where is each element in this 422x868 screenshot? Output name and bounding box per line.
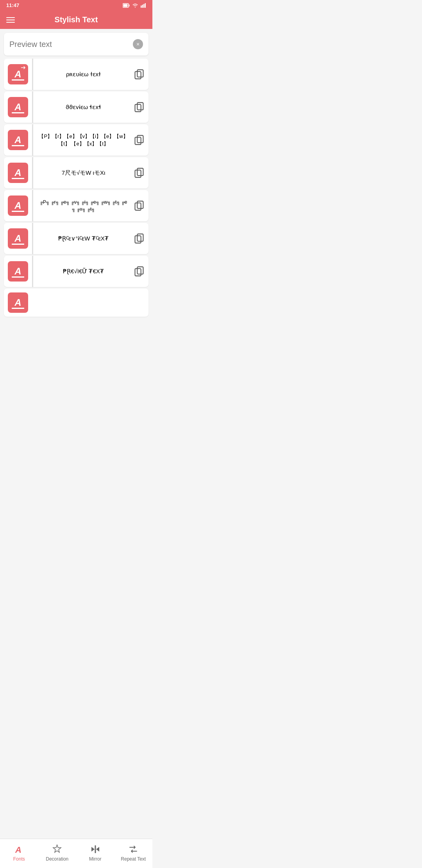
copy-button[interactable] bbox=[130, 163, 148, 182]
divider bbox=[32, 157, 33, 188]
copy-icon bbox=[134, 266, 145, 277]
svg-rect-5 bbox=[143, 4, 145, 8]
copy-button[interactable] bbox=[130, 65, 148, 84]
divider bbox=[32, 190, 33, 221]
svg-rect-6 bbox=[145, 3, 146, 8]
styled-text-content: 【P】【r】【e】【v】【i】【e】【w】 【t】 【e】【x】【t】 bbox=[37, 129, 130, 151]
svg-rect-17 bbox=[137, 234, 143, 241]
styled-text-content: ₱Ɽ₠∨°ɨ₠W ₮₠X₮ bbox=[37, 231, 130, 246]
styled-text-content: ╔P╗ ╔r╗ ╔e╗ ╔v╗ ╔i╗ ╔e╗ ╔w╗ ╔t╗ ╔e╗ ╔x╗ … bbox=[37, 195, 130, 216]
svg-rect-7 bbox=[137, 70, 143, 77]
styled-text-content: ₱Ɽ€√I€Ữ ₮€X₮ bbox=[37, 264, 130, 279]
font-style-icon: A bbox=[8, 97, 28, 117]
text-card: A bbox=[4, 289, 148, 317]
svg-rect-4 bbox=[142, 5, 143, 8]
copy-icon bbox=[134, 233, 145, 244]
copy-icon bbox=[134, 200, 145, 211]
text-card: A ╔P╗ ╔r╗ ╔e╗ ╔v╗ ╔i╗ ╔e╗ ╔w╗ ╔t╗ ╔e╗ ╔x… bbox=[4, 190, 148, 221]
text-card: A 【P】【r】【e】【v】【i】【e】【w】 【t】 【e】【x】【t】 bbox=[4, 124, 148, 156]
header: Stylish Text bbox=[0, 11, 152, 29]
svg-rect-18 bbox=[135, 236, 141, 243]
text-card: A ρʀɛυɨɛω ɫɛxɫ bbox=[4, 59, 148, 90]
battery-icon bbox=[123, 3, 130, 8]
copy-button[interactable] bbox=[130, 196, 148, 215]
text-card: A ϑϑɛvɨɛω ɬɛxɬ bbox=[4, 91, 148, 123]
header-title: Stylish Text bbox=[21, 15, 146, 24]
svg-rect-9 bbox=[137, 102, 143, 110]
svg-rect-19 bbox=[137, 267, 143, 274]
svg-rect-2 bbox=[123, 4, 128, 7]
styled-text-content: ϑϑɛvɨɛω ɬɛxɬ bbox=[37, 100, 130, 115]
styled-text-content: ρʀɛυɨɛω ɫɛxɫ bbox=[37, 67, 130, 82]
wifi-icon bbox=[132, 3, 138, 8]
font-style-icon: A bbox=[8, 261, 28, 282]
font-style-icon: A bbox=[8, 130, 28, 150]
status-time: 11:47 bbox=[6, 2, 19, 8]
copy-icon bbox=[134, 102, 145, 113]
divider bbox=[32, 59, 33, 90]
svg-rect-3 bbox=[141, 5, 142, 8]
divider bbox=[32, 91, 33, 123]
font-style-icon: A bbox=[8, 195, 28, 216]
svg-rect-13 bbox=[137, 168, 143, 176]
font-style-icon: A bbox=[8, 163, 28, 183]
signal-icon bbox=[141, 3, 146, 8]
svg-rect-1 bbox=[129, 4, 130, 6]
copy-icon bbox=[134, 167, 145, 178]
font-style-icon: A bbox=[8, 64, 28, 84]
menu-button[interactable] bbox=[6, 17, 15, 23]
styled-text-content: 7尺モ√モW ιモXι bbox=[37, 165, 130, 181]
svg-rect-15 bbox=[137, 201, 143, 208]
divider bbox=[32, 124, 33, 156]
copy-icon bbox=[134, 135, 145, 145]
text-card: A 7尺モ√モW ιモXι bbox=[4, 157, 148, 188]
preview-input[interactable] bbox=[9, 40, 133, 49]
copy-button[interactable] bbox=[130, 98, 148, 117]
divider bbox=[32, 223, 33, 254]
svg-rect-16 bbox=[135, 203, 141, 210]
preview-area: × bbox=[4, 33, 148, 56]
clear-button[interactable]: × bbox=[133, 39, 143, 49]
arrow-icon bbox=[21, 66, 27, 70]
svg-rect-8 bbox=[135, 72, 141, 79]
copy-button[interactable] bbox=[130, 262, 148, 281]
copy-button[interactable] bbox=[130, 229, 148, 248]
divider bbox=[32, 256, 33, 287]
font-style-icon: A bbox=[8, 228, 28, 249]
status-icons bbox=[123, 3, 146, 8]
copy-button[interactable] bbox=[130, 131, 148, 149]
svg-rect-10 bbox=[135, 104, 141, 112]
text-card: A ₱Ɽ€√I€Ữ ₮€X₮ bbox=[4, 256, 148, 287]
styled-text-list: A ρʀɛυɨɛω ɫɛxɫ A ϑϑɛvɨɛω ɬɛxɬ bbox=[0, 56, 152, 320]
font-style-icon: A bbox=[8, 292, 28, 313]
copy-icon bbox=[134, 69, 145, 80]
svg-rect-11 bbox=[137, 135, 143, 143]
svg-rect-12 bbox=[135, 137, 141, 145]
svg-rect-20 bbox=[135, 269, 141, 276]
text-card: A ₱Ɽ₠∨°ɨ₠W ₮₠X₮ bbox=[4, 223, 148, 254]
svg-rect-14 bbox=[135, 170, 141, 178]
status-bar: 11:47 bbox=[0, 0, 152, 11]
